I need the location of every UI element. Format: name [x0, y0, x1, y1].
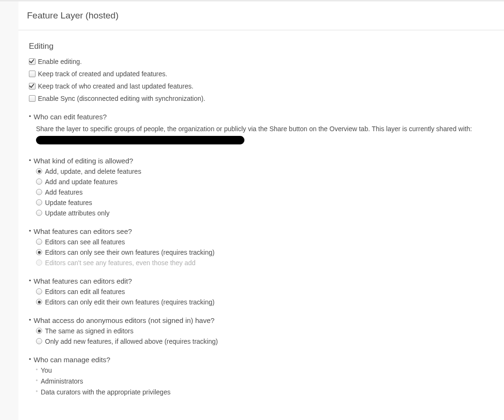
question-heading: What kind of editing is allowed? [29, 157, 494, 165]
radio-label: Editors can't see any features, even tho… [45, 259, 196, 267]
radio-icon[interactable] [36, 199, 42, 206]
radio-add-update-delete[interactable]: Add, update, and delete features [29, 168, 494, 175]
what-edit-block: What features can editors edit? Editors … [29, 277, 494, 306]
radio-label: Update features [45, 199, 92, 206]
checkbox-icon[interactable] [29, 95, 36, 102]
question-heading: Who can manage edits? [29, 356, 494, 364]
left-gutter [0, 0, 18, 420]
radio-edit-own[interactable]: Editors can only edit their own features… [29, 298, 494, 306]
radio-see-own[interactable]: Editors can only see their own features … [29, 249, 494, 256]
radio-icon[interactable] [36, 168, 42, 174]
checkbox-enable-sync[interactable]: Enable Sync (disconnected editing with s… [29, 95, 494, 102]
radio-see-none: Editors can't see any features, even tho… [29, 259, 494, 267]
what-see-block: What features can editors see? Editors c… [29, 227, 494, 267]
radio-add[interactable]: Add features [29, 188, 494, 196]
question-heading: Who can edit features? [29, 113, 494, 121]
radio-see-all[interactable]: Editors can see all features [29, 238, 494, 246]
checkbox-label: Keep track of who created and last updat… [38, 82, 193, 90]
radio-icon[interactable] [36, 299, 42, 305]
list-item: You [36, 366, 494, 374]
who-manage-block: Who can manage edits? You Administrators… [29, 356, 494, 396]
checkbox-icon[interactable] [29, 71, 36, 77]
radio-icon[interactable] [36, 288, 42, 295]
question-heading: What features can editors see? [29, 227, 494, 235]
radio-label: The same as signed in editors [45, 327, 134, 335]
question-heading: What access do anonymous editors (not si… [29, 316, 494, 324]
checkbox-icon[interactable] [29, 58, 36, 65]
radio-icon[interactable] [36, 210, 42, 216]
radio-icon [36, 259, 42, 266]
redacted-share-target [36, 136, 244, 144]
checkbox-track-created[interactable]: Keep track of created and updated featur… [29, 70, 494, 78]
list-item: Administrators [36, 377, 494, 385]
page-root: Feature Layer (hosted) Editing Enable ed… [0, 0, 504, 420]
checkbox-enable-editing[interactable]: Enable editing. [29, 58, 494, 65]
radio-label: Add, update, and delete features [45, 168, 141, 175]
checkbox-label: Keep track of created and updated featur… [38, 70, 167, 78]
checkbox-label: Enable Sync (disconnected editing with s… [38, 95, 205, 102]
radio-anon-same[interactable]: The same as signed in editors [29, 327, 494, 335]
radio-label: Add features [45, 188, 82, 196]
radio-label: Update attributes only [45, 209, 109, 217]
radio-update[interactable]: Update features [29, 199, 494, 206]
list-item: Data curators with the appropriate privi… [36, 388, 494, 396]
radio-icon[interactable] [36, 179, 42, 185]
page-title: Feature Layer (hosted) [27, 10, 118, 21]
radio-edit-all[interactable]: Editors can edit all features [29, 288, 494, 295]
checkbox-icon[interactable] [29, 83, 36, 89]
who-can-edit-block: Who can edit features? Share the layer t… [29, 113, 494, 146]
radio-icon[interactable] [36, 249, 42, 255]
share-description: Share the layer to specific groups of pe… [36, 125, 472, 133]
radio-icon[interactable] [36, 328, 42, 334]
editing-section-heading: Editing [29, 42, 494, 51]
radio-label: Editors can only edit their own features… [45, 298, 215, 306]
checkbox-label: Enable editing. [38, 58, 82, 65]
question-body: Share the layer to specific groups of pe… [29, 124, 494, 146]
who-manage-list: You Administrators Data curators with th… [29, 366, 494, 396]
settings-content: Editing Enable editing. Keep track of cr… [18, 30, 504, 409]
radio-label: Editors can edit all features [45, 288, 125, 295]
question-heading: What features can editors edit? [29, 277, 494, 285]
checkbox-track-who[interactable]: Keep track of who created and last updat… [29, 82, 494, 90]
anon-access-block: What access do anonymous editors (not si… [29, 316, 494, 345]
radio-add-update[interactable]: Add and update features [29, 178, 494, 186]
radio-icon[interactable] [36, 189, 42, 195]
editing-checkbox-group: Enable editing. Keep track of created an… [29, 58, 494, 102]
radio-label: Add and update features [45, 178, 117, 186]
radio-update-attrs[interactable]: Update attributes only [29, 209, 494, 217]
page-header: Feature Layer (hosted) [18, 1, 504, 30]
radio-label: Only add new features, if allowed above … [45, 338, 218, 345]
what-kind-block: What kind of editing is allowed? Add, up… [29, 157, 494, 217]
radio-icon[interactable] [36, 239, 42, 245]
radio-anon-add[interactable]: Only add new features, if allowed above … [29, 338, 494, 345]
radio-icon[interactable] [36, 338, 42, 344]
radio-label: Editors can only see their own features … [45, 249, 215, 256]
radio-label: Editors can see all features [45, 238, 125, 246]
